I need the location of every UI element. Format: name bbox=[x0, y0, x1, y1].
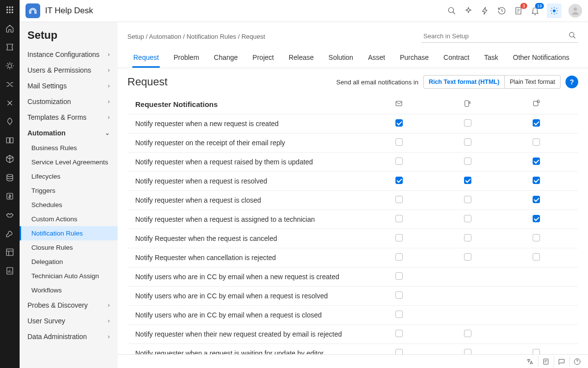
tab[interactable]: Task bbox=[483, 50, 499, 68]
checkbox[interactable] bbox=[464, 234, 471, 241]
chat-icon[interactable] bbox=[554, 356, 568, 367]
sidebar-item[interactable]: Instance Configurations› bbox=[20, 47, 118, 62]
checkbox[interactable] bbox=[464, 330, 471, 337]
tools-icon[interactable] bbox=[5, 98, 15, 108]
checkbox[interactable] bbox=[533, 196, 540, 203]
book-icon[interactable] bbox=[5, 135, 15, 145]
sidebar-subitem[interactable]: Custom Actions bbox=[20, 212, 118, 226]
checkbox[interactable] bbox=[464, 138, 471, 146]
cube-icon[interactable] bbox=[5, 154, 15, 164]
tab[interactable]: Contract bbox=[442, 50, 470, 68]
handshake-icon[interactable] bbox=[5, 210, 15, 220]
sidebar-item[interactable]: Probes & Discovery› bbox=[20, 297, 118, 313]
rich-text-button[interactable]: Rich Text format (HTML) bbox=[424, 76, 504, 88]
checkbox[interactable] bbox=[533, 177, 540, 184]
tab[interactable]: Other Notifications bbox=[512, 50, 570, 68]
history-icon[interactable] bbox=[497, 6, 507, 16]
sidebar-item[interactable]: Mail Settings› bbox=[20, 78, 118, 94]
sidebar-subitem[interactable]: Closure Rules bbox=[20, 240, 118, 255]
help-icon[interactable] bbox=[569, 356, 584, 367]
database-icon[interactable] bbox=[5, 173, 15, 183]
breadcrumb[interactable]: Setup / Automation / Notification Rules … bbox=[127, 33, 265, 40]
checkbox[interactable] bbox=[533, 349, 540, 354]
checkbox[interactable] bbox=[395, 349, 403, 354]
sidebar-subitem[interactable]: Business Rules bbox=[20, 141, 118, 155]
checkbox[interactable] bbox=[395, 177, 403, 184]
svg-point-2 bbox=[12, 7, 13, 8]
sidebar-item[interactable]: Data Administration› bbox=[20, 329, 118, 344]
sidebar-subitem[interactable]: Delegation bbox=[20, 255, 118, 269]
checkbox[interactable] bbox=[395, 138, 403, 146]
checkbox[interactable] bbox=[533, 215, 540, 222]
sms-icon bbox=[463, 100, 472, 107]
language-icon[interactable] bbox=[522, 356, 537, 367]
checkbox[interactable] bbox=[395, 330, 403, 337]
bell-icon[interactable]: 19 bbox=[530, 6, 540, 16]
sidebar-subitem[interactable]: Schedules bbox=[20, 198, 118, 212]
checkbox[interactable] bbox=[395, 215, 403, 222]
checkbox[interactable] bbox=[533, 234, 540, 241]
shuffle-icon[interactable] bbox=[5, 79, 15, 89]
svg-point-14 bbox=[448, 7, 454, 13]
svg-point-10 bbox=[7, 174, 13, 177]
apps-icon[interactable] bbox=[5, 5, 15, 15]
checkbox[interactable] bbox=[464, 253, 471, 261]
tab[interactable]: Purchase bbox=[399, 50, 430, 68]
sidebar-subitem[interactable]: Notification Rules bbox=[20, 226, 118, 240]
checkbox[interactable] bbox=[464, 349, 471, 354]
checkbox[interactable] bbox=[395, 291, 403, 299]
tab[interactable]: Asset bbox=[367, 50, 386, 68]
sidebar-item[interactable]: Templates & Forms› bbox=[20, 109, 118, 125]
tab[interactable]: Change bbox=[213, 50, 239, 68]
report-icon[interactable] bbox=[5, 266, 15, 276]
checkbox[interactable] bbox=[395, 272, 403, 280]
help-button[interactable]: ? bbox=[565, 76, 578, 88]
checkbox[interactable] bbox=[395, 196, 403, 203]
checkbox[interactable] bbox=[395, 234, 403, 241]
checkbox[interactable] bbox=[533, 138, 540, 146]
tasks-icon[interactable]: 3 bbox=[514, 6, 523, 16]
sparkle-icon[interactable] bbox=[464, 6, 473, 16]
sidebar-item[interactable]: Users & Permissions› bbox=[20, 62, 118, 78]
tab[interactable]: Problem bbox=[172, 50, 200, 68]
wrench-icon[interactable] bbox=[5, 229, 15, 238]
avatar[interactable] bbox=[568, 4, 582, 18]
tab[interactable]: Project bbox=[251, 50, 275, 68]
search-icon[interactable] bbox=[447, 6, 457, 16]
checkbox[interactable] bbox=[464, 158, 471, 165]
sidebar-item-automation[interactable]: Automation ⌄ bbox=[20, 125, 118, 141]
checkbox[interactable] bbox=[464, 177, 471, 184]
checkbox[interactable] bbox=[395, 119, 403, 127]
checkbox[interactable] bbox=[464, 196, 471, 203]
layout-icon[interactable] bbox=[5, 247, 15, 257]
sidebar-subitem[interactable]: Workflows bbox=[20, 283, 118, 297]
sidebar-subitem[interactable]: Triggers bbox=[20, 184, 118, 198]
tab[interactable]: Request bbox=[132, 50, 160, 68]
plain-text-button[interactable]: Plain Text format bbox=[504, 76, 560, 88]
setup-search-input[interactable] bbox=[421, 30, 578, 43]
ticket-icon[interactable] bbox=[5, 42, 15, 52]
tab[interactable]: Solution bbox=[327, 50, 354, 68]
checkbox[interactable] bbox=[533, 253, 540, 261]
sidebar-subitem[interactable]: Technician Auto Assign bbox=[20, 269, 118, 283]
dollar-icon[interactable] bbox=[5, 191, 15, 201]
sidebar-subitem[interactable]: Lifecycles bbox=[20, 169, 118, 184]
checkbox[interactable] bbox=[395, 253, 403, 261]
checkbox[interactable] bbox=[533, 158, 540, 165]
note-icon[interactable] bbox=[538, 356, 553, 367]
checkbox[interactable] bbox=[464, 119, 471, 127]
sidebar-subitem[interactable]: Service Level Agreements bbox=[20, 155, 118, 169]
bug-icon[interactable] bbox=[5, 61, 15, 71]
checkbox[interactable] bbox=[464, 215, 471, 222]
gear-icon[interactable] bbox=[547, 3, 562, 18]
sidebar-item[interactable]: User Survey› bbox=[20, 313, 118, 329]
checkbox[interactable] bbox=[533, 119, 540, 127]
checkbox[interactable] bbox=[395, 311, 403, 318]
home-icon[interactable] bbox=[5, 24, 15, 33]
tab[interactable]: Release bbox=[288, 50, 315, 68]
checkbox[interactable] bbox=[395, 158, 403, 165]
sidebar-item[interactable]: Customization› bbox=[20, 94, 118, 109]
search-icon[interactable] bbox=[568, 31, 576, 39]
bolt-icon[interactable] bbox=[480, 6, 490, 16]
rocket-icon[interactable] bbox=[5, 117, 15, 127]
